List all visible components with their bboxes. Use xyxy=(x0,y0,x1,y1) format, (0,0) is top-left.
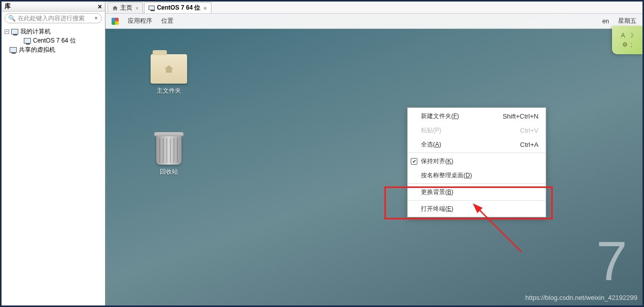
sidebar-title: 库 xyxy=(5,2,11,11)
shortcut: Ctrl+V xyxy=(520,127,539,134)
vm-icon xyxy=(24,38,31,44)
vm-desktop[interactable]: 应用程序 位置 en 星期五 主文件夹 回收站 新建文件夹(F) Shift+C… xyxy=(105,14,642,305)
sidebar-header: 库 × xyxy=(2,2,105,12)
chevron-down-icon[interactable]: ▼ xyxy=(94,16,98,21)
moon-icon: ☽ xyxy=(628,32,634,39)
csdn-watermark: https://blog.csdn.net/weixin_42192299 xyxy=(525,294,637,301)
checkbox-icon: ✔ xyxy=(411,158,417,165)
close-icon[interactable]: × xyxy=(135,5,138,11)
search-input[interactable]: 🔍 在此处键入内容进行搜索 ▼ xyxy=(5,13,102,23)
tree-label: 我的计算机 xyxy=(20,27,51,36)
home-icon xyxy=(112,5,118,11)
tree-item-centos[interactable]: CentOS 7 64 位 xyxy=(5,36,102,45)
shortcut: Ctrl+A xyxy=(520,141,539,148)
tree-root-my-computer[interactable]: − 我的计算机 xyxy=(5,27,102,36)
menu-applications[interactable]: 应用程序 xyxy=(128,17,152,25)
library-sidebar: 库 × 🔍 在此处键入内容进行搜索 ▼ − 我的计算机 CentOS 7 64 … xyxy=(2,2,105,305)
vm-icon xyxy=(10,47,17,53)
tab-bar: 主页 × CentOS 7 64 位 × xyxy=(105,2,642,14)
centos-7-watermark: 7 xyxy=(596,228,627,293)
menu-select-all[interactable]: 全选(A) Ctrl+A xyxy=(408,137,546,151)
tree-label: 共享的虚拟机 xyxy=(19,46,55,54)
letter-a: A xyxy=(621,32,625,39)
search-placeholder: 在此处键入内容进行搜索 xyxy=(18,14,85,23)
gnome-top-bar: 应用程序 位置 en 星期五 xyxy=(105,14,642,29)
menu-organize-by-name[interactable]: 按名称整理桌面(D) xyxy=(408,168,546,182)
notification-widget[interactable]: A☽ ⚙; xyxy=(612,26,642,54)
collapse-icon[interactable]: − xyxy=(5,29,9,34)
separator xyxy=(408,183,546,184)
search-icon: 🔍 xyxy=(8,15,16,22)
sidebar-search-row: 🔍 在此处键入内容进行搜索 ▼ xyxy=(2,12,105,25)
menu-new-folder[interactable]: 新建文件夹(F) Shift+Ctrl+N xyxy=(408,109,546,123)
main-area: 主页 × CentOS 7 64 位 × 应用程序 位置 en 星期五 主文件夹 xyxy=(105,2,642,305)
tab-home[interactable]: 主页 × xyxy=(108,2,143,13)
menu-change-background[interactable]: 更换背景(B) xyxy=(408,185,546,199)
trash-icon xyxy=(156,135,182,165)
desktop-context-menu: 新建文件夹(F) Shift+Ctrl+N 粘贴(P) Ctrl+V 全选(A)… xyxy=(407,107,546,217)
folder-icon xyxy=(151,54,187,84)
vm-icon xyxy=(149,6,155,10)
shortcut: Shift+Ctrl+N xyxy=(503,112,539,120)
menu-paste: 粘贴(P) Ctrl+V xyxy=(408,123,546,137)
clock-day[interactable]: 星期五 xyxy=(618,17,636,25)
gear-icon: ⚙ xyxy=(622,41,628,48)
icon-label: 主文件夹 xyxy=(146,87,192,95)
tab-centos[interactable]: CentOS 7 64 位 × xyxy=(144,2,211,13)
input-language[interactable]: en xyxy=(602,18,609,25)
tree-item-shared[interactable]: 共享的虚拟机 xyxy=(5,45,102,54)
tree-label: CentOS 7 64 位 xyxy=(33,36,76,45)
separator xyxy=(408,200,546,201)
computer-icon xyxy=(11,29,18,34)
separator xyxy=(408,152,546,153)
desktop-icon-home-folder[interactable]: 主文件夹 xyxy=(146,54,192,95)
activities-icon[interactable] xyxy=(112,18,119,25)
menu-places[interactable]: 位置 xyxy=(161,17,173,25)
menu-keep-aligned[interactable]: ✔ 保持对齐(K) xyxy=(408,154,546,168)
desktop-icon-trash[interactable]: 回收站 xyxy=(146,135,192,176)
menu-open-terminal[interactable]: 打开终端(E) xyxy=(408,202,546,216)
icon-label: 回收站 xyxy=(146,168,192,176)
tab-label: 主页 xyxy=(120,4,132,12)
sidebar-tree: − 我的计算机 CentOS 7 64 位 共享的虚拟机 xyxy=(2,25,105,56)
tab-label: CentOS 7 64 位 xyxy=(157,4,200,12)
close-icon[interactable]: × xyxy=(203,5,206,11)
close-icon[interactable]: × xyxy=(98,3,102,11)
